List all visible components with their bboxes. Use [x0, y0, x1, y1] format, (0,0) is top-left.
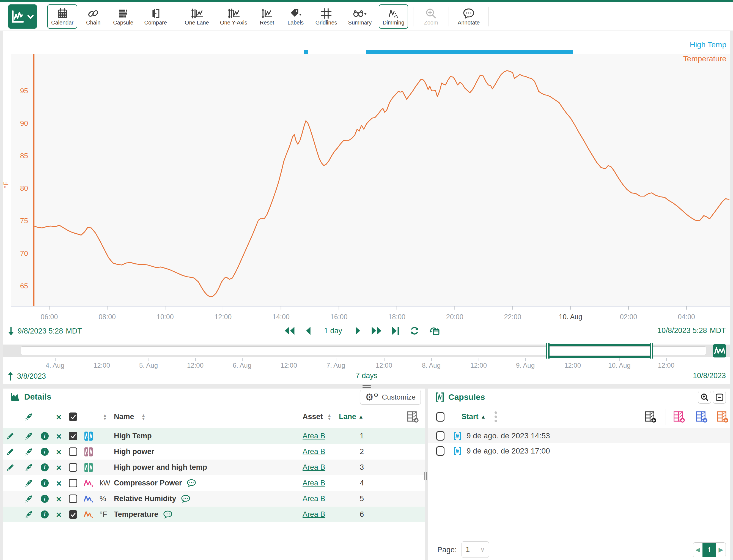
remove-icon[interactable]: × [56, 494, 62, 504]
toolbar-button-annotate[interactable]: Annotate [454, 4, 483, 29]
column-asset[interactable]: Asset [303, 406, 323, 428]
info-icon[interactable]: i [41, 479, 49, 487]
timeline-selection[interactable] [547, 344, 652, 358]
asset-link[interactable]: Area B [303, 460, 326, 475]
column-lane[interactable]: Lane▲ [339, 406, 364, 428]
toolbar-button-one-lane[interactable]: One Lane [181, 4, 213, 29]
remove-icon[interactable]: × [56, 479, 62, 488]
asset-link[interactable]: Area B [303, 428, 326, 444]
rocket-icon[interactable] [24, 495, 33, 503]
step-forward-button[interactable] [354, 325, 363, 336]
info-icon[interactable]: i [41, 448, 49, 456]
step-to-end-button[interactable] [390, 325, 401, 336]
step-forward-many-button[interactable] [370, 325, 383, 336]
add-column-icon[interactable] [673, 411, 685, 423]
toolbar-button-reset[interactable]: Reset [255, 4, 280, 29]
step-back-many-button[interactable] [283, 325, 296, 336]
calendar-step-button[interactable] [428, 325, 441, 337]
add-column-icon[interactable] [695, 411, 708, 423]
rocket-icon[interactable] [24, 432, 33, 441]
sort-icon[interactable]: ▲▼ [141, 413, 146, 420]
row-checkbox[interactable] [69, 447, 77, 456]
column-name[interactable]: Name [114, 406, 134, 428]
display-range-start[interactable]: 9/8/2023 5:28 MDT [7, 326, 82, 336]
add-column-icon[interactable] [406, 411, 419, 423]
header-rocket-icon[interactable] [24, 406, 33, 428]
capsules-zoom-button[interactable] [698, 391, 711, 404]
selection-left-handle[interactable] [546, 343, 549, 359]
rocket-icon[interactable] [24, 510, 33, 519]
toolbar-button-one-y-axis[interactable]: One Y-Axis [216, 4, 251, 29]
rocket-icon[interactable] [24, 463, 33, 472]
toolbar-button-chain[interactable]: Chain [81, 4, 106, 29]
capsules-collapse-button[interactable] [713, 391, 726, 404]
remove-icon[interactable]: × [56, 510, 62, 519]
remove-icon[interactable]: × [56, 463, 62, 472]
add-column-button[interactable] [644, 406, 657, 428]
capsule-row[interactable]: 9 de ago. de 2023 14:53 [428, 428, 730, 443]
asset-link[interactable]: Area B [303, 444, 326, 460]
remove-icon[interactable]: × [56, 412, 62, 422]
comment-bubble-icon[interactable] [187, 479, 196, 487]
header-sort[interactable]: ▲▼ [139, 406, 148, 428]
info-icon[interactable]: i [41, 463, 49, 471]
details-row-compressor-power[interactable]: i × kW Compressor Power Area B 4 [3, 475, 425, 491]
timeline-signal-button[interactable] [713, 344, 726, 357]
column-start[interactable]: Start▲ [461, 406, 486, 428]
page-size-select[interactable]: 1 ∨ [461, 541, 489, 558]
vertical-splitter[interactable] [424, 470, 428, 482]
details-row-high-temp[interactable]: i × High Temp Area B 1 [3, 428, 425, 444]
customize-button[interactable]: ⚙⚙ Customize [360, 390, 421, 405]
refresh-button[interactable] [409, 325, 420, 337]
pencil-icon[interactable] [6, 432, 14, 440]
details-row-high-power[interactable]: i × High power Area B 2 [3, 444, 425, 460]
step-back-button[interactable] [304, 325, 313, 336]
add-condition-column-button[interactable] [673, 406, 685, 428]
row-checkbox[interactable] [69, 510, 77, 519]
details-row-relative-humidity[interactable]: i × % Relative Humidity Area B 5 [3, 491, 425, 507]
rocket-icon[interactable] [24, 479, 33, 488]
capsule-row[interactable]: 9 de ago. de 2023 17:00 [428, 443, 730, 458]
sort-icon[interactable]: ▲▼ [103, 413, 107, 420]
range-step-label[interactable]: 1 day [324, 327, 342, 335]
remove-icon[interactable]: × [56, 447, 62, 457]
details-row-high-power-and-high-temp[interactable]: i × High power and high temp Area B 3 [3, 460, 425, 475]
legend-high-temp[interactable]: High Temp [690, 40, 726, 49]
pager-current-page[interactable]: 1 [702, 543, 716, 557]
toolbar-button-calendar[interactable]: Calendar [47, 4, 77, 29]
selection-right-handle[interactable] [650, 343, 653, 359]
comment-bubble-icon[interactable] [181, 495, 191, 503]
info-icon[interactable]: i [41, 432, 49, 440]
capsule-lane-bar[interactable] [366, 50, 573, 54]
legend-temperature[interactable]: Temperature [683, 54, 726, 63]
sort-icon[interactable]: ▲▼ [327, 413, 332, 420]
pager-next-button[interactable]: ▶ [716, 543, 726, 557]
row-checkbox[interactable] [69, 463, 77, 472]
add-property-column-button[interactable] [716, 406, 729, 428]
row-checkbox[interactable] [436, 446, 444, 456]
toolbar-button-summary[interactable]: Summary [345, 4, 376, 29]
add-signal-column-button[interactable] [695, 406, 708, 428]
row-checkbox[interactable] [69, 479, 77, 487]
add-column-icon[interactable] [716, 411, 729, 423]
column-menu-icon[interactable] [494, 406, 497, 428]
horizontal-splitter[interactable] [0, 384, 733, 389]
toolbar-button-gridlines[interactable]: Gridlines [312, 4, 341, 29]
details-row-temperature[interactable]: i × °F Temperature Area B 6 [3, 507, 425, 522]
header-sort[interactable]: ▲▼ [325, 406, 334, 428]
plot-background[interactable] [11, 54, 733, 306]
trend-chart[interactable]: High TempTemperature95908580757065°F06:0… [0, 31, 733, 323]
toolbar-button-labels[interactable]: Labels [283, 4, 308, 29]
info-icon[interactable]: i [41, 510, 49, 518]
pencil-icon[interactable] [6, 448, 14, 456]
asset-link[interactable]: Area B [303, 507, 326, 522]
header-remove-all[interactable]: × [56, 406, 62, 428]
investigate-end-date[interactable]: 10/8/2023 [693, 371, 726, 380]
add-column-icon[interactable] [644, 411, 657, 423]
toolbar-button-dimming[interactable]: Dimming [379, 4, 408, 29]
asset-link[interactable]: Area B [303, 475, 326, 491]
add-column-button[interactable] [406, 406, 419, 428]
remove-icon[interactable]: × [56, 431, 62, 441]
pencil-icon[interactable] [6, 463, 14, 472]
row-checkbox[interactable] [69, 432, 77, 440]
